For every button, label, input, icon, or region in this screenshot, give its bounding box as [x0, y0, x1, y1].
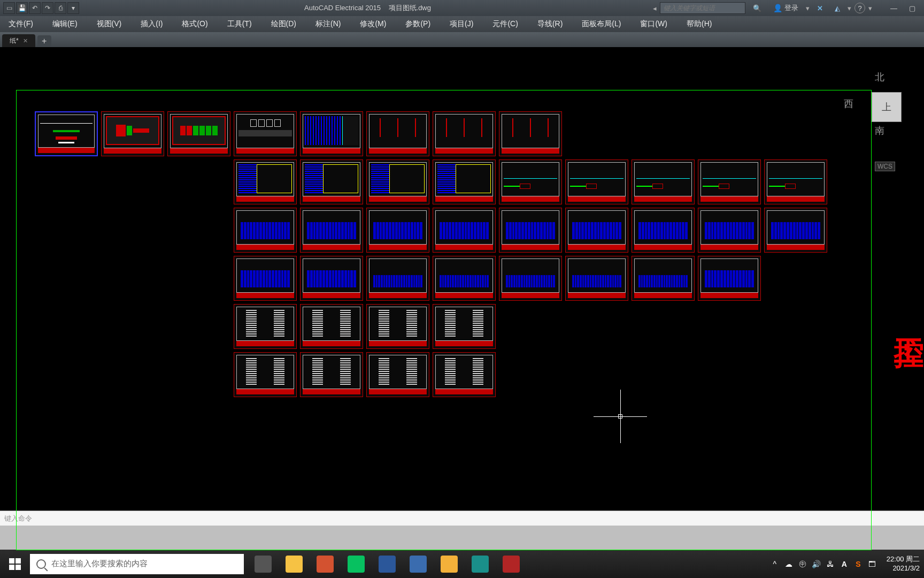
drawing-sheet-thumbnail[interactable] — [698, 208, 761, 253]
menu-file[interactable]: 文件(F) — [5, 17, 36, 31]
qat-new-icon[interactable]: ▭ — [3, 2, 15, 14]
drawing-sheet-thumbnail[interactable] — [234, 352, 297, 397]
qat-print-icon[interactable]: ⎙ — [55, 2, 66, 14]
menu-draw[interactable]: 绘图(D) — [268, 17, 299, 31]
drawing-sheet-thumbnail[interactable] — [35, 111, 98, 156]
drawing-sheet-thumbnail[interactable] — [300, 304, 363, 349]
drawing-sheet-thumbnail[interactable] — [764, 159, 827, 204]
tray-chevron-up-icon[interactable]: ^ — [770, 559, 780, 569]
qat-save-icon[interactable]: 💾 — [16, 2, 28, 14]
menu-view[interactable]: 视图(V) — [94, 17, 125, 31]
search-input[interactable] — [660, 2, 745, 14]
taskbar-app-wechat[interactable] — [341, 550, 371, 578]
drawing-sheet-thumbnail[interactable] — [366, 352, 429, 397]
qat-redo-icon[interactable]: ↷ — [42, 2, 53, 14]
viewcube-top-face[interactable]: 上 — [872, 92, 902, 122]
taskbar-app-app-teal[interactable] — [465, 550, 495, 578]
maximize-button[interactable]: ▢ — [905, 3, 920, 13]
drawing-sheet-thumbnail[interactable] — [366, 304, 429, 349]
drawing-sheet-thumbnail[interactable] — [300, 159, 363, 204]
drawing-sheet-thumbnail[interactable] — [499, 256, 562, 301]
menu-panel-layout[interactable]: 面板布局(L) — [579, 17, 624, 31]
drawing-canvas[interactable]: 北 西 上 南 WCS 工控 — [0, 47, 924, 511]
drawing-sheet-thumbnail[interactable] — [366, 208, 429, 253]
tab-close-icon[interactable]: ✕ — [23, 37, 28, 44]
tray-sogou-icon[interactable]: S — [853, 559, 863, 569]
help-dropdown-icon[interactable]: ▾ — [868, 4, 872, 12]
menu-wire[interactable]: 导线(R) — [534, 17, 566, 31]
drawing-sheet-thumbnail[interactable] — [366, 159, 429, 204]
drawing-sheet-thumbnail[interactable] — [565, 208, 628, 253]
menu-component[interactable]: 元件(C) — [489, 17, 521, 31]
search-binoculars-icon[interactable]: 🔍 — [749, 3, 766, 13]
drawing-sheet-thumbnail[interactable] — [433, 352, 496, 397]
drawing-sheet-thumbnail[interactable] — [565, 159, 628, 204]
view-cube[interactable]: 北 西 上 南 WCS — [844, 71, 919, 146]
help-icon[interactable]: ? — [854, 3, 865, 13]
viewcube-wcs-label[interactable]: WCS — [875, 162, 895, 171]
taskbar-app-powerpoint[interactable] — [310, 550, 340, 578]
taskbar-search[interactable]: 在这里输入你要搜索的内容 — [30, 554, 244, 574]
viewcube-north[interactable]: 北 — [875, 71, 884, 83]
tray-network-icon[interactable]: 🖧 — [826, 559, 835, 569]
drawing-sheet-thumbnail[interactable] — [433, 304, 496, 349]
drawing-sheet-thumbnail[interactable] — [433, 111, 496, 156]
taskbar-app-taskview[interactable] — [248, 550, 278, 578]
drawing-sheet-thumbnail[interactable] — [300, 208, 363, 253]
start-button[interactable] — [0, 550, 30, 578]
taskbar-clock[interactable]: 22:00 周二 2021/3/2 — [882, 555, 924, 573]
taskbar-app-autocad[interactable] — [496, 550, 526, 578]
search-prev-icon[interactable]: ◂ — [653, 4, 657, 12]
a360-dropdown-icon[interactable]: ▾ — [848, 4, 851, 12]
drawing-sheet-thumbnail[interactable] — [234, 208, 297, 253]
drawing-sheet-thumbnail[interactable] — [499, 111, 562, 156]
tray-onedrive-icon[interactable]: ☁ — [784, 559, 794, 569]
drawing-sheet-thumbnail[interactable] — [433, 159, 496, 204]
menu-dimension[interactable]: 标注(N) — [312, 17, 344, 31]
viewcube-south[interactable]: 南 — [875, 124, 884, 137]
drawing-sheet-thumbnail[interactable] — [632, 256, 695, 301]
drawing-sheet-thumbnail[interactable] — [433, 208, 496, 253]
menu-parametric[interactable]: 参数(P) — [402, 17, 434, 31]
viewcube-west[interactable]: 西 — [844, 97, 853, 110]
menu-insert[interactable]: 插入(I) — [137, 17, 166, 31]
drawing-sheet-thumbnail[interactable] — [366, 111, 429, 156]
drawing-sheet-thumbnail[interactable] — [234, 111, 297, 156]
drawing-sheet-thumbnail[interactable] — [764, 208, 827, 253]
drawing-sheet-thumbnail[interactable] — [698, 256, 761, 301]
menu-project[interactable]: 项目(J) — [446, 17, 476, 31]
menu-tools[interactable]: 工具(T) — [224, 17, 255, 31]
a360-icon[interactable]: ◭ — [830, 3, 844, 13]
tray-volume-icon[interactable]: 🔊 — [812, 559, 821, 569]
taskbar-app-word[interactable] — [372, 550, 402, 578]
login-dropdown-icon[interactable]: ▾ — [806, 4, 810, 12]
menu-window[interactable]: 窗口(W) — [637, 17, 671, 31]
drawing-sheet-thumbnail[interactable] — [632, 159, 695, 204]
drawing-sheet-thumbnail[interactable] — [101, 111, 164, 156]
taskbar-app-chrome[interactable] — [279, 550, 309, 578]
drawing-sheet-thumbnail[interactable] — [234, 304, 297, 349]
menu-format[interactable]: 格式(O) — [179, 17, 211, 31]
document-tab-active[interactable]: 纸* ✕ — [2, 34, 35, 47]
drawing-sheet-thumbnail[interactable] — [632, 208, 695, 253]
taskbar-app-explorer[interactable] — [434, 550, 464, 578]
menu-help[interactable]: 帮助(H) — [683, 17, 715, 31]
drawing-sheet-thumbnail[interactable] — [499, 159, 562, 204]
minimize-button[interactable]: — — [886, 3, 902, 13]
drawing-sheet-thumbnail[interactable] — [565, 256, 628, 301]
drawing-sheet-thumbnail[interactable] — [433, 256, 496, 301]
drawing-sheet-thumbnail[interactable] — [698, 159, 761, 204]
qat-dropdown-icon[interactable]: ▾ — [67, 2, 79, 14]
drawing-sheet-thumbnail[interactable] — [300, 111, 363, 156]
qat-undo-icon[interactable]: ↶ — [29, 2, 41, 14]
taskbar-app-app-blue[interactable] — [403, 550, 433, 578]
tray-letter-icon[interactable]: A — [840, 559, 849, 569]
exchange-icon[interactable]: ✕ — [813, 3, 827, 13]
new-tab-button[interactable]: + — [37, 35, 51, 47]
drawing-sheet-thumbnail[interactable] — [234, 159, 297, 204]
drawing-sheet-thumbnail[interactable] — [167, 111, 230, 156]
tray-battery-icon[interactable]: 🗔 — [867, 559, 877, 569]
drawing-sheet-thumbnail[interactable] — [499, 208, 562, 253]
drawing-sheet-thumbnail[interactable] — [300, 352, 363, 397]
drawing-sheet-thumbnail[interactable] — [300, 256, 363, 301]
